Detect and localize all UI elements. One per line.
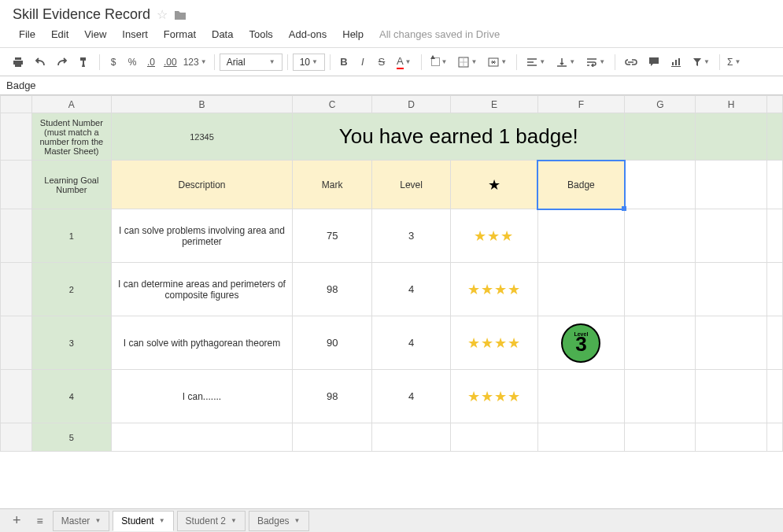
cell-E6[interactable]: ★★★★	[451, 370, 537, 423]
menu-file[interactable]: File	[13, 26, 42, 42]
undo-icon[interactable]	[30, 53, 50, 72]
doc-title[interactable]: Skill Evidence Record	[13, 6, 150, 23]
cell-I7[interactable]	[766, 423, 782, 452]
menu-help[interactable]: Help	[336, 26, 370, 42]
cell-H5[interactable]	[696, 316, 766, 370]
cell-B7[interactable]	[111, 423, 293, 452]
bold-button[interactable]: B	[335, 53, 353, 72]
cell-A7[interactable]: 5	[32, 423, 111, 452]
cell-C6[interactable]: 98	[293, 370, 371, 423]
italic-button[interactable]: I	[354, 53, 371, 72]
functions-button[interactable]: Σ▼	[725, 53, 743, 72]
cell-C4[interactable]: 98	[293, 263, 371, 316]
cell-B1[interactable]: 12345	[111, 113, 293, 161]
wrap-button[interactable]: ▼	[582, 53, 610, 72]
cell-F3[interactable]	[537, 209, 624, 263]
cell-G5[interactable]	[625, 316, 696, 370]
cell-A2[interactable]: Learning Goal Number	[32, 161, 111, 209]
cell-A1[interactable]: Student Number (must match a number from…	[32, 113, 111, 161]
cell-A5[interactable]: 3	[32, 316, 111, 370]
cell-I2[interactable]	[766, 161, 782, 209]
print-icon[interactable]	[8, 53, 28, 72]
cell-A3[interactable]: 1	[32, 209, 111, 263]
strikethrough-button[interactable]: S	[373, 53, 390, 72]
col-header-extra[interactable]	[766, 96, 782, 113]
chevron-down-icon[interactable]: ▼	[231, 517, 237, 524]
font-size-selector[interactable]: 10▼	[293, 54, 325, 71]
cell-E5[interactable]: ★★★★	[451, 316, 537, 370]
cell-D5[interactable]: 4	[371, 316, 450, 370]
cell-D3[interactable]: 3	[371, 209, 450, 263]
merge-cells-button[interactable]: ▼	[483, 53, 512, 72]
fill-color-button[interactable]: ▼	[427, 53, 452, 72]
text-color-button[interactable]: A▼	[392, 53, 416, 72]
cell-H3[interactable]	[696, 209, 766, 263]
cell-F4[interactable]	[537, 263, 624, 316]
cell-F6[interactable]	[537, 370, 624, 423]
cell-H4[interactable]	[696, 263, 766, 316]
cell-G3[interactable]	[625, 209, 696, 263]
col-header-C[interactable]: C	[293, 96, 371, 113]
menu-data[interactable]: Data	[205, 26, 239, 42]
increase-decimal-button[interactable]: .00	[161, 53, 179, 72]
font-selector[interactable]: Arial▼	[220, 54, 283, 71]
select-all-corner[interactable]	[1, 96, 32, 113]
percent-button[interactable]: %	[124, 53, 141, 72]
cell-B4[interactable]: I can determine areas and perimeters of …	[111, 263, 293, 316]
cell-B6[interactable]: I can.......	[111, 370, 293, 423]
cell-F2-selected[interactable]: Badge	[537, 161, 624, 209]
currency-button[interactable]: $	[105, 53, 122, 72]
sheet-tab-master[interactable]: Master ▼	[53, 511, 110, 531]
comment-icon[interactable]	[644, 53, 664, 72]
cell-E4[interactable]: ★★★★	[451, 263, 537, 316]
sheet-tab-badges[interactable]: Badges ▼	[249, 511, 309, 531]
valign-button[interactable]: ▼	[552, 53, 580, 72]
folder-icon[interactable]	[174, 9, 187, 20]
cell-G2[interactable]	[625, 161, 696, 209]
col-header-G[interactable]: G	[625, 96, 696, 113]
cell-H1[interactable]	[696, 113, 766, 161]
col-header-H[interactable]: H	[696, 96, 766, 113]
cell-G4[interactable]	[625, 263, 696, 316]
col-header-A[interactable]: A	[32, 96, 111, 113]
cell-A4[interactable]: 2	[32, 263, 111, 316]
cell-E2[interactable]: ★	[451, 161, 537, 209]
chevron-down-icon[interactable]: ▼	[94, 517, 101, 524]
cell-D2[interactable]: Level	[371, 161, 450, 209]
cell-D6[interactable]: 4	[371, 370, 450, 423]
star-icon[interactable]: ☆	[157, 7, 168, 22]
cell-E7[interactable]	[451, 423, 537, 452]
cell-A6[interactable]: 4	[32, 370, 111, 423]
cell-I6[interactable]	[766, 370, 782, 423]
cell-I4[interactable]	[766, 263, 782, 316]
redo-icon[interactable]	[52, 53, 72, 72]
cell-C5[interactable]: 90	[293, 316, 371, 370]
sheet-tab-student[interactable]: Student ▼	[113, 511, 173, 531]
menu-tools[interactable]: Tools	[242, 26, 279, 42]
cell-I1[interactable]	[766, 113, 782, 161]
col-header-F[interactable]: F	[537, 96, 624, 113]
sheet-tab-student-2[interactable]: Student 2 ▼	[177, 511, 246, 531]
row-header[interactable]	[1, 316, 32, 370]
cell-C2[interactable]: Mark	[293, 161, 371, 209]
sheet-area[interactable]: A B C D E F G H Student Number (must mat…	[0, 95, 783, 511]
paint-format-icon[interactable]	[74, 53, 94, 72]
all-sheets-button[interactable]: ≡	[31, 515, 50, 527]
cell-F5[interactable]: Level3	[537, 316, 624, 370]
menu-view[interactable]: View	[78, 26, 113, 42]
cell-H7[interactable]	[696, 423, 766, 452]
chart-icon[interactable]	[666, 53, 686, 72]
chevron-down-icon[interactable]: ▼	[159, 517, 165, 524]
row-header[interactable]	[1, 113, 32, 161]
row-header[interactable]	[1, 423, 32, 452]
cell-B2[interactable]: Description	[111, 161, 293, 209]
cell-G1[interactable]	[625, 113, 696, 161]
cell-I5[interactable]	[766, 316, 782, 370]
borders-button[interactable]: ▼	[453, 53, 482, 72]
row-header[interactable]	[1, 161, 32, 209]
cell-D7[interactable]	[371, 423, 450, 452]
cell-I3[interactable]	[766, 209, 782, 263]
col-header-B[interactable]: B	[111, 96, 293, 113]
cell-C3[interactable]: 75	[293, 209, 371, 263]
cell-F7[interactable]	[537, 423, 624, 452]
